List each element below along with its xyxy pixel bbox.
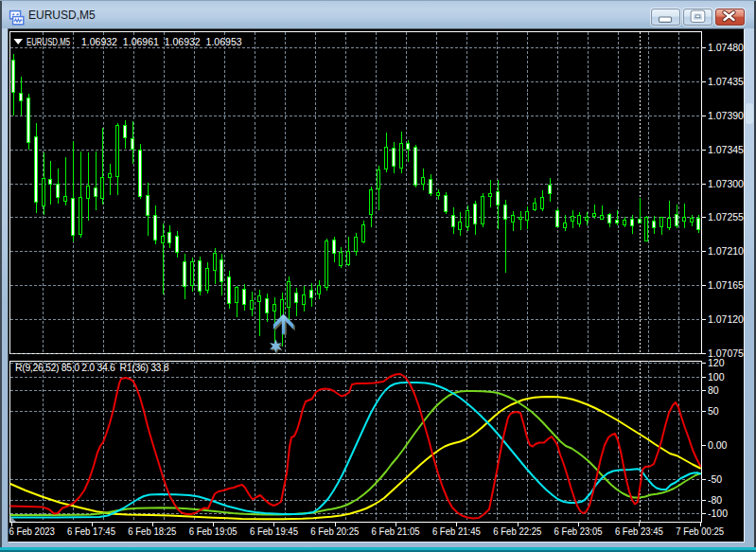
svg-text:1.07300: 1.07300 [708, 178, 744, 189]
svg-text:1.07390: 1.07390 [708, 110, 744, 121]
svg-text:1.07255: 1.07255 [708, 211, 744, 223]
svg-text:6 Feb 2023: 6 Feb 2023 [9, 525, 55, 537]
svg-text:6 Feb 23:45: 6 Feb 23:45 [615, 525, 663, 537]
svg-text:120: 120 [708, 357, 725, 368]
svg-text:EURUSD,M5: EURUSD,M5 [26, 36, 70, 47]
svg-text:6 Feb 21:05: 6 Feb 21:05 [372, 525, 420, 537]
svg-text:6 Feb 19:05: 6 Feb 19:05 [189, 525, 237, 537]
svg-text:6 Feb 23:05: 6 Feb 23:05 [554, 525, 603, 537]
svg-text:-50: -50 [708, 473, 722, 485]
svg-text:R(9,26,52) 85.0 2.0 34.6 R1(3: R(9,26,52) 85.0 2.0 34.6 R1(36) 33.8 [15, 362, 169, 373]
svg-text:1.07120: 1.07120 [708, 313, 744, 325]
svg-text:6 Feb 18:25: 6 Feb 18:25 [128, 525, 176, 537]
svg-text:1.06932 1.06961 1.06932 1.0695: 1.06932 1.06961 1.06932 1.06953 [81, 36, 242, 47]
svg-text:7 Feb 00:25: 7 Feb 00:25 [676, 525, 724, 537]
svg-text:-100: -100 [708, 507, 728, 519]
svg-text:1.07210: 1.07210 [708, 245, 744, 257]
svg-text:-80: -80 [708, 494, 722, 506]
svg-text:1.07165: 1.07165 [708, 279, 744, 291]
svg-text:6 Feb 19:45: 6 Feb 19:45 [250, 525, 298, 537]
svg-text:1.07480: 1.07480 [708, 42, 744, 53]
svg-text:6 Feb 20:25: 6 Feb 20:25 [310, 525, 359, 537]
svg-text:6 Feb 17:45: 6 Feb 17:45 [67, 525, 115, 537]
svg-text:1.07435: 1.07435 [708, 76, 744, 87]
svg-text:50: 50 [708, 405, 719, 417]
svg-text:6 Feb 21:45: 6 Feb 21:45 [432, 525, 481, 537]
svg-text:80: 80 [708, 384, 719, 396]
svg-text:6 Feb 22:25: 6 Feb 22:25 [493, 525, 541, 537]
svg-text:100: 100 [708, 371, 725, 383]
svg-text:0.00: 0.00 [708, 439, 728, 451]
svg-text:1.07345: 1.07345 [708, 144, 744, 155]
